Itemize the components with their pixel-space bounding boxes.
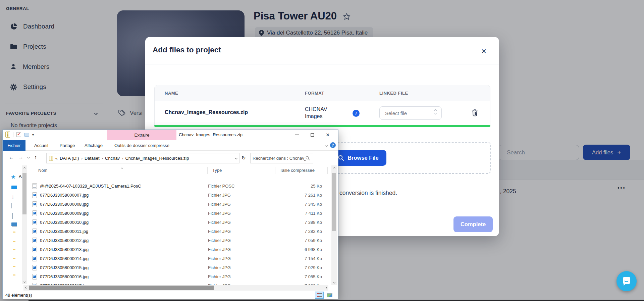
breadcrumb-zip[interactable]: Chcnav_Images_Ressources.zip bbox=[125, 156, 189, 161]
file-size: 7 154 Ko bbox=[274, 256, 322, 261]
file-icon bbox=[32, 274, 37, 280]
file-type: Fichier JPG bbox=[208, 229, 274, 234]
file-row[interactable]: 077D6J33058000011.jpg Fichier JPG 7 282 … bbox=[32, 227, 328, 236]
up-icon[interactable]: ↑ bbox=[34, 155, 37, 160]
properties-check-icon[interactable] bbox=[16, 132, 21, 137]
chat-bubble-icon bbox=[622, 276, 632, 286]
address-bar[interactable]: « DATA (D:) › Dataset › Chcnav › Chcnav_… bbox=[46, 153, 239, 163]
close-icon[interactable]: ✕ bbox=[481, 48, 487, 55]
thumbnails-view-icon bbox=[327, 293, 332, 297]
browse-file-button[interactable]: Browse File bbox=[330, 150, 386, 166]
explorer-status-bar: 48 élément(s) bbox=[3, 291, 338, 299]
explorer-search-input[interactable] bbox=[253, 156, 306, 161]
file-row[interactable]: @@2025-04-07-103328_ADJUST1_Camera1.PosC… bbox=[32, 182, 328, 191]
tab-fichier[interactable]: Fichier bbox=[3, 140, 25, 151]
pictures-icon[interactable] bbox=[12, 213, 13, 219]
scroll-left-icon[interactable] bbox=[23, 285, 29, 291]
explorer-title-bar[interactable]: ▾ Extraire Chcnav_Images_Ressources.zip … bbox=[3, 130, 338, 140]
column-type[interactable]: Type bbox=[212, 168, 222, 173]
zip-file-icon bbox=[5, 132, 10, 138]
breadcrumb-dataset[interactable]: Dataset bbox=[85, 156, 100, 161]
breadcrumb-prefix: « bbox=[55, 156, 58, 161]
file-row[interactable]: 077D6J33058000013.jpg Fichier JPG 6 998 … bbox=[32, 245, 328, 254]
close-button[interactable]: ✕ bbox=[320, 130, 335, 140]
upload-files-table: NAME FORMAT LINKED FILE Chcnav_Images_Re… bbox=[154, 85, 490, 125]
scroll-right-icon[interactable] bbox=[323, 285, 328, 291]
downloads-icon[interactable]: ↓ bbox=[11, 194, 14, 200]
recent-locations-icon[interactable] bbox=[27, 156, 30, 158]
back-icon[interactable]: ← bbox=[9, 155, 14, 160]
minimize-icon bbox=[295, 135, 299, 135]
scroll-down-icon[interactable] bbox=[331, 280, 337, 285]
nav-pane-scrollbar[interactable] bbox=[22, 165, 27, 284]
file-row[interactable]: 077D6J33058000010.jpg Fichier JPG 7 388 … bbox=[32, 218, 328, 227]
file-row[interactable]: 077D6J33058000008.jpg Fichier JPG 7 345 … bbox=[32, 200, 328, 209]
scrollbar-thumb[interactable] bbox=[22, 173, 26, 214]
file-row[interactable]: 077D6J33058000014.jpg Fichier JPG 7 154 … bbox=[32, 254, 328, 263]
file-row[interactable]: 077D6J33058000007.jpg Fichier JPG 7 261 … bbox=[32, 191, 328, 200]
info-icon[interactable]: i bbox=[353, 110, 360, 117]
scroll-up-icon[interactable] bbox=[22, 165, 27, 171]
file-icon bbox=[32, 265, 37, 270]
breadcrumb-data-d[interactable]: DATA (D:) bbox=[60, 156, 79, 161]
desktop-icon[interactable] bbox=[11, 186, 17, 189]
file-row[interactable]: 077D6J33058000012.jpg Fichier JPG 7 059 … bbox=[32, 236, 328, 245]
file-row[interactable]: 077D6J33058000015.jpg Fichier JPG 7 029 … bbox=[32, 263, 328, 272]
file-type: Fichier JPG bbox=[208, 238, 274, 243]
horizontal-scrollbar[interactable] bbox=[23, 285, 328, 291]
file-row[interactable]: 077D6J33058000016.jpg Fichier JPG 7 055 … bbox=[32, 272, 328, 281]
address-bar-row: ← → ↑ « DATA (D:) › Dataset › Chcnav › C… bbox=[3, 151, 338, 165]
toolbar-separator bbox=[13, 132, 13, 137]
tab-affichage[interactable]: Affichage bbox=[82, 140, 105, 151]
maximize-icon bbox=[311, 133, 314, 137]
chat-launcher-button[interactable] bbox=[616, 271, 637, 291]
thumbnails-view-button[interactable] bbox=[325, 292, 334, 299]
file-size: 7 059 Ko bbox=[274, 238, 322, 243]
quick-access-star-icon[interactable]: ★ bbox=[11, 173, 16, 181]
details-view-button[interactable] bbox=[315, 292, 324, 299]
forward-icon[interactable]: → bbox=[18, 155, 23, 160]
scroll-down-icon[interactable] bbox=[22, 279, 27, 284]
maximize-button[interactable] bbox=[305, 130, 320, 140]
file-size: 7 055 Ko bbox=[274, 274, 322, 279]
breadcrumb-chcnav[interactable]: Chcnav bbox=[105, 156, 120, 161]
file-row[interactable]: 077D6J33058000009.jpg Fichier JPG 7 411 … bbox=[32, 209, 328, 218]
search-icon bbox=[306, 156, 310, 160]
scroll-up-icon[interactable] bbox=[331, 165, 337, 171]
tab-outils-dossier-compresse[interactable]: Outils de dossier compressé bbox=[107, 140, 176, 151]
column-taille[interactable]: Taille compressée bbox=[280, 168, 315, 173]
file-type: Fichier JPG bbox=[208, 256, 274, 261]
file-size: 7 029 Ko bbox=[274, 265, 322, 270]
column-nom[interactable]: Nom bbox=[38, 168, 47, 173]
item-count: 48 élément(s) bbox=[5, 293, 32, 298]
file-icon bbox=[32, 201, 37, 207]
complete-button[interactable]: Complete bbox=[453, 216, 493, 232]
file-size: 7 388 Ko bbox=[274, 220, 322, 225]
tab-accueil[interactable]: Accueil bbox=[31, 140, 52, 151]
file-name: 077D6J33058000011.jpg bbox=[37, 229, 208, 234]
file-list-scrollbar[interactable] bbox=[331, 165, 337, 285]
file-size: 7 261 Ko bbox=[274, 193, 322, 198]
tab-partage[interactable]: Partage bbox=[56, 140, 78, 151]
toolbar-caret-icon[interactable]: ▾ bbox=[32, 133, 34, 137]
explorer-search-box[interactable] bbox=[250, 153, 313, 163]
file-icon bbox=[32, 229, 37, 234]
address-dropdown-icon[interactable] bbox=[235, 157, 237, 159]
documents-icon[interactable] bbox=[11, 203, 12, 208]
this-pc-icon[interactable] bbox=[11, 222, 17, 226]
file-type: Fichier JPG bbox=[208, 202, 274, 207]
file-type: Fichier JPG bbox=[208, 211, 274, 216]
file-name: 077D6J33058000009.jpg bbox=[37, 211, 208, 216]
minimize-button[interactable] bbox=[289, 130, 305, 140]
scrollbar-thumb[interactable] bbox=[29, 286, 214, 290]
expand-ribbon-icon[interactable] bbox=[325, 144, 328, 147]
extract-contextual-header[interactable]: Extraire bbox=[107, 130, 176, 140]
scrollbar-thumb[interactable] bbox=[332, 173, 336, 231]
file-icon bbox=[32, 219, 37, 225]
help-icon[interactable]: ? bbox=[330, 142, 336, 148]
window-controls: ✕ bbox=[289, 130, 335, 140]
trash-icon[interactable] bbox=[472, 109, 478, 116]
new-folder-icon[interactable] bbox=[24, 133, 29, 137]
refresh-icon[interactable]: ↻ bbox=[241, 155, 246, 161]
linked-file-select[interactable]: Select file bbox=[379, 106, 442, 120]
